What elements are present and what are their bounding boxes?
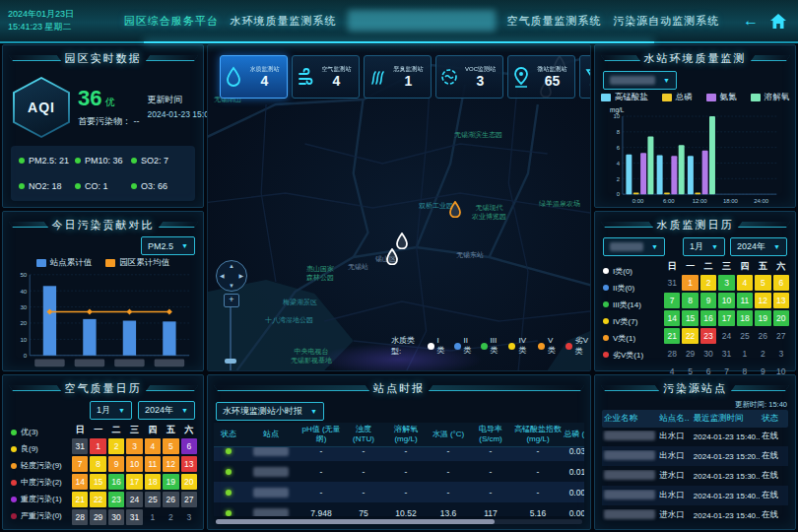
station-type-button-3[interactable]: 恶臭监测站1 (364, 55, 432, 99)
station-type-button-5[interactable]: 微站监测站65 (507, 55, 575, 99)
nav-air-system[interactable]: 空气质量监测系统 (507, 14, 602, 29)
station-type-button-2[interactable]: 空气监测站4 (292, 55, 360, 99)
calendar-day: 12 (755, 293, 770, 308)
zoom-in-button[interactable]: + (224, 294, 239, 307)
pan-up-icon[interactable]: ▲ (229, 263, 234, 269)
online-status-icon (226, 469, 232, 475)
legend-dot-icon (11, 463, 17, 469)
station-marker-icon[interactable] (385, 248, 399, 269)
pollution-row[interactable]: 进水口2024-01-23 15:30..在线 (602, 466, 788, 486)
pollution-row[interactable]: 出水口2024-01-23 15:20..在线 (602, 446, 788, 466)
station-name-redacted (610, 242, 643, 251)
calendar-day: 1 (682, 275, 698, 291)
calendar-day: 14 (72, 474, 88, 490)
legend-label: 站点累计值 (50, 257, 93, 269)
station-type-button-6[interactable]: 污染源监测6 (579, 55, 591, 99)
pin-icon (511, 66, 531, 88)
calendar-day: 26 (163, 492, 178, 507)
report-table-header: 状态站点pH值 (无量纲)浊度 (NTU)溶解氧 (mg/L)水温 (°C)电导… (214, 423, 584, 447)
metric-item: PM2.5: 21 (19, 156, 75, 166)
panel-title-air-calendar: 空气质量日历 (65, 381, 142, 396)
calendar-day: 18 (145, 474, 161, 490)
column-header: 状态 (214, 423, 243, 446)
calendar-legend-item: 中度污染(2) (11, 477, 72, 488)
pollutant-select[interactable]: PM2.5▼ (141, 236, 195, 255)
svg-text:50: 50 (20, 271, 27, 278)
nav-water-system[interactable]: 水环境质量监测系统 (230, 14, 336, 29)
status-cell: 在线 (760, 431, 788, 442)
calendar-day: 27 (181, 492, 197, 507)
calendar-day: 11 (737, 293, 753, 308)
svg-text:18:00: 18:00 (723, 198, 739, 204)
map-place-label: 无锡东站 (456, 250, 484, 259)
nav-park-platform[interactable]: 园区综合服务平台 (124, 14, 219, 29)
status-cell: 在线 (760, 509, 788, 521)
nav-pollution-system[interactable]: 污染源自动监测系统 (613, 14, 719, 29)
svg-text:8: 8 (617, 129, 621, 135)
air-month-select[interactable]: 1月▼ (90, 401, 132, 420)
legend-label: I类 (437, 336, 445, 356)
water-month-select[interactable]: 1月▼ (683, 237, 725, 256)
pan-right-icon[interactable]: ▶ (238, 272, 243, 279)
report-type-select[interactable]: 水环境监测站小时报▼ (216, 402, 324, 421)
metric-label: O3: 66 (141, 181, 167, 191)
pollution-row[interactable]: 出水口2024-01-23 15:40..在线 (602, 428, 788, 447)
map-pan-control[interactable]: ▲ ▼ ◀ ▶ (216, 260, 247, 292)
air-year-select[interactable]: 2024年▼ (138, 401, 195, 420)
calendar-day: 3 (718, 275, 734, 291)
water-class-calendar-legend: I类(0)II类(0)III类(14)IV类(7)V类(1)劣V类(1) (601, 259, 664, 366)
pan-left-icon[interactable]: ◀ (220, 272, 225, 279)
status-dot-icon (131, 158, 137, 164)
water-class-legend-item: V类 (538, 336, 557, 356)
water-station-select[interactable]: ▼ (603, 71, 677, 90)
value-cell: - (383, 482, 429, 502)
water-quality-calendar: 日一二三四五六311234567891011121314151617181920… (664, 259, 789, 366)
map-place-label: 绿羊温泉农场 (539, 199, 580, 208)
value-cell: - (344, 482, 383, 502)
table-row[interactable]: ------0.017360.156656- (214, 461, 584, 482)
station-marker-icon[interactable] (448, 201, 462, 222)
legend-label: V类(1) (613, 333, 635, 344)
status-dot-icon (131, 183, 137, 189)
horizontal-scrollbar (216, 519, 582, 524)
calendar-day: 19 (163, 474, 178, 490)
table-row[interactable]: ------0.007240.028493- (214, 482, 584, 502)
calendar-legend-item: V类(1) (603, 333, 664, 344)
legend-label: III类(14) (613, 299, 641, 310)
table-row[interactable]: 7.9487510.5213.61175.160.005880.002685.5… (214, 502, 584, 516)
metric-item: SO2: 7 (131, 156, 187, 166)
calendar-day: 15 (682, 310, 698, 326)
legend-title: 水质类型: (391, 335, 419, 357)
back-icon[interactable]: ← (743, 12, 759, 30)
map-container[interactable]: 水质监测站4空气监测站4恶臭监测站1VOC监测站3微站监测站65污染源监测6 ▲… (207, 44, 591, 371)
calendar-day: 31 (664, 275, 680, 291)
company-name-redacted (602, 490, 657, 501)
legend-dot-icon (11, 430, 17, 435)
legend-label: I类(0) (613, 266, 632, 277)
station-type-button-4[interactable]: VOC监测站3 (435, 55, 503, 99)
pan-down-icon[interactable]: ▼ (229, 283, 234, 289)
home-icon[interactable] (770, 14, 786, 29)
calendar-legend-item: 优(3) (11, 427, 72, 437)
station-type-label: 空气监测站 (319, 65, 355, 73)
legend-dot-icon (11, 446, 17, 452)
legend-swatch-icon (751, 94, 761, 101)
pollution-row[interactable]: 进水口2024-01-23 15:40..在线 (602, 505, 788, 525)
calendar-day: 21 (664, 328, 680, 344)
legend-label: 重度污染(1) (21, 494, 62, 504)
column-header: 电导率 (S/cm) (468, 423, 513, 446)
contribution-legend: 站点累计值园区累计均值 (3, 255, 203, 271)
water-year-select[interactable]: 2024年▼ (730, 237, 787, 256)
pollution-row[interactable]: 出水口2024-01-23 15:40..在线 (602, 486, 788, 505)
station-report-table: 状态站点pH值 (无量纲)浊度 (NTU)溶解氧 (mg/L)水温 (°C)电导… (214, 423, 584, 516)
calendar-day: 4 (72, 527, 88, 532)
calendar-day: 25 (737, 328, 753, 344)
water-cal-station-select[interactable]: ▼ (603, 237, 665, 256)
column-header: 溶解氧 (mg/L) (383, 423, 429, 446)
station-type-button-1[interactable]: 水质监测站4 (220, 55, 288, 99)
aqi-value: 36 (78, 86, 101, 110)
scrollbar-thumb[interactable] (216, 519, 495, 524)
legend-dot-icon (11, 513, 17, 519)
calendar-day: 22 (682, 328, 698, 344)
legend-label: 高锰酸盐 (615, 92, 648, 103)
